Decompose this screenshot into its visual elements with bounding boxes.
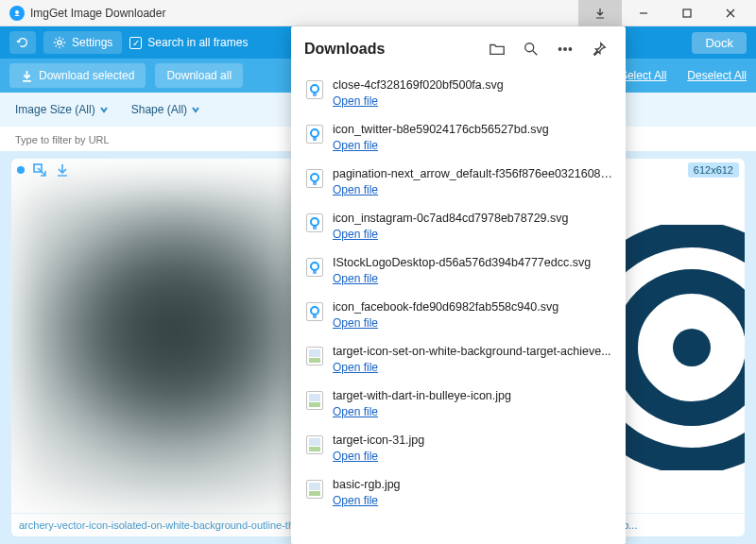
open-folder-button[interactable]: [484, 36, 510, 62]
download-item[interactable]: close-4cf328169f020bf500fa.svgOpen file: [302, 72, 622, 116]
svg-file-icon: [306, 302, 323, 321]
minimize-button[interactable]: [622, 0, 665, 26]
selected-indicator-icon: [17, 166, 25, 174]
downloads-title: Downloads: [304, 41, 476, 58]
app-logo-icon: [9, 6, 25, 21]
download-item[interactable]: target-icon-31.jpgOpen file: [302, 427, 622, 471]
download-filename: pagination-next_arrow_default-f356f876ee…: [333, 167, 618, 180]
image-size-dropdown[interactable]: Image Size (All): [15, 103, 109, 116]
download-item[interactable]: target-with-dart-in-bulleye-icon.jpgOpen…: [302, 382, 622, 427]
open-file-link[interactable]: Open file: [333, 448, 378, 465]
downloads-popup: Downloads close-4cf328169f020bf500fa.svg…: [291, 26, 626, 544]
downloads-list[interactable]: close-4cf328169f020bf500fa.svgOpen filei…: [291, 72, 626, 544]
open-file-link[interactable]: Open file: [333, 403, 378, 420]
download-all-button[interactable]: Download all: [155, 63, 243, 88]
close-button[interactable]: [709, 0, 752, 26]
download-filename: close-4cf328169f020bf500fa.svg: [333, 78, 618, 92]
select-all-link[interactable]: Select All: [620, 69, 666, 82]
dock-button[interactable]: Dock: [692, 32, 747, 54]
chevron-down-icon: [99, 105, 109, 114]
svg-point-7: [673, 329, 711, 366]
download-filename: target-with-dart-in-bulleye-icon.jpg: [333, 389, 618, 402]
download-filename: basic-rgb.jpg: [333, 478, 618, 491]
open-file-link[interactable]: Open file: [333, 359, 378, 376]
image-size-label: Image Size (All): [15, 103, 95, 116]
svg-point-9: [558, 48, 561, 51]
download-item[interactable]: IStockLogoDesktop-d56a576d394b4777edcc.s…: [302, 249, 622, 294]
download-filename: icon_instagram-0c7ad84cd7978eb78729.svg: [333, 212, 618, 225]
svg-file-icon: [306, 80, 323, 99]
svg-file-icon: [306, 125, 323, 144]
download-selected-label: Download selected: [39, 69, 134, 82]
gear-icon: [53, 36, 66, 49]
download-icon[interactable]: [55, 162, 70, 178]
download-filename: target-icon-set-on-white-background-targ…: [333, 345, 618, 358]
download-item[interactable]: icon_facebook-fde90d6982fab558c940.svgOp…: [302, 294, 622, 338]
shape-label: Shape (All): [131, 103, 187, 116]
svg-file-icon: [306, 258, 323, 277]
downloads-popup-header: Downloads: [291, 26, 626, 72]
image-file-icon: [306, 480, 323, 499]
open-file-link[interactable]: Open file: [333, 137, 378, 154]
download-item[interactable]: target-icon-set-on-white-background-targ…: [302, 338, 622, 382]
pin-button[interactable]: [586, 36, 612, 62]
download-filename: target-icon-31.jpg: [333, 434, 618, 447]
more-button[interactable]: [552, 36, 578, 62]
download-all-label: Download all: [166, 69, 232, 82]
dock-label: Dock: [705, 36, 733, 50]
download-icon: [21, 70, 33, 82]
pin-icon: [591, 41, 608, 58]
open-external-icon[interactable]: [32, 162, 47, 178]
svg-point-8: [525, 43, 534, 52]
download-selected-button[interactable]: Download selected: [9, 63, 146, 88]
deselect-all-link[interactable]: Deselect All: [687, 69, 747, 82]
titlebar-download-button[interactable]: [578, 0, 622, 26]
chevron-down-icon: [191, 105, 200, 114]
svg-point-2: [58, 41, 61, 44]
svg-file-icon: [306, 169, 323, 188]
folder-icon: [489, 41, 506, 58]
ellipsis-icon: [557, 41, 574, 58]
search-all-frames-label: Search in all frames: [147, 36, 248, 49]
svg-point-0: [15, 10, 19, 14]
download-item[interactable]: icon_twitter-b8e59024176cb56527bd.svgOpe…: [302, 116, 622, 161]
open-file-link[interactable]: Open file: [333, 181, 378, 198]
settings-button[interactable]: Settings: [43, 31, 122, 54]
open-file-link[interactable]: Open file: [333, 226, 378, 243]
download-filename: icon_facebook-fde90d6982fab558c940.svg: [333, 300, 618, 314]
open-file-link[interactable]: Open file: [333, 314, 378, 332]
image-file-icon: [306, 435, 323, 454]
download-item[interactable]: pagination-next_arrow_default-f356f876ee…: [302, 161, 622, 205]
svg-point-11: [569, 48, 572, 51]
open-file-link[interactable]: Open file: [333, 93, 378, 110]
open-file-link[interactable]: Open file: [333, 270, 378, 287]
image-file-icon: [306, 347, 323, 366]
refresh-button[interactable]: [9, 31, 36, 54]
checkbox-icon: [129, 37, 142, 49]
settings-label: Settings: [72, 36, 112, 49]
window-title: ImgGet Image Downloader: [30, 7, 165, 20]
open-file-link[interactable]: Open file: [333, 492, 378, 509]
search-all-frames-checkbox[interactable]: Search in all frames: [129, 36, 248, 49]
svg-point-10: [564, 48, 567, 51]
svg-rect-1: [683, 9, 691, 17]
image-file-icon: [306, 391, 323, 410]
dimensions-badge: 612x612: [688, 162, 739, 178]
download-item[interactable]: icon_instagram-0c7ad84cd7978eb78729.svgO…: [302, 205, 622, 249]
download-item[interactable]: basic-rgb.jpgOpen file: [302, 471, 622, 516]
download-filename: icon_twitter-b8e59024176cb56527bd.svg: [333, 123, 618, 136]
download-filename: IStockLogoDesktop-d56a576d394b4777edcc.s…: [333, 256, 618, 269]
search-downloads-button[interactable]: [518, 36, 544, 62]
search-icon: [523, 41, 540, 58]
titlebar: ImgGet Image Downloader: [0, 0, 756, 26]
shape-dropdown[interactable]: Shape (All): [131, 103, 200, 116]
maximize-button[interactable]: [665, 0, 709, 26]
svg-file-icon: [306, 213, 323, 232]
